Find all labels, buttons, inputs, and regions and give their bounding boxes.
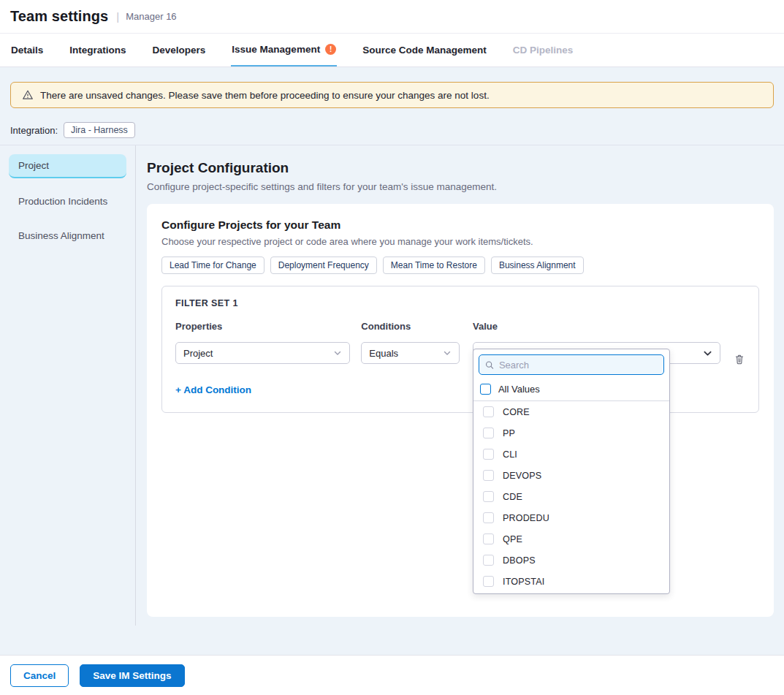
value-dropdown: All Values CORE <box>473 349 670 594</box>
tab-label: Details <box>11 45 43 56</box>
option-checkbox[interactable] <box>483 576 494 587</box>
option-label: DEVOPS <box>503 471 541 481</box>
tab[interactable]: Integrations <box>69 34 126 67</box>
properties-value: Project <box>183 348 213 359</box>
dropdown-option[interactable]: ITOPSTAI <box>473 571 669 592</box>
tab[interactable]: Developers <box>152 34 207 67</box>
properties-select[interactable]: Project <box>175 342 350 364</box>
option-checkbox[interactable] <box>483 449 494 460</box>
unsaved-changes-banner: There are unsaved changes. Please save t… <box>10 82 774 108</box>
settings-sidebar: Project Production Incidents Business Al… <box>0 145 136 626</box>
option-checkbox[interactable] <box>483 470 494 481</box>
filter-set-title: FILTER SET 1 <box>175 298 745 308</box>
project-config-card: Configure Projects for your Team Choose … <box>147 204 774 617</box>
team-settings-page: Team settings | Manager 16 Details Integ… <box>0 0 784 695</box>
dropdown-option[interactable]: PIPE <box>473 592 669 594</box>
option-label: ITOPSTAI <box>503 577 544 587</box>
conditions-label: Conditions <box>361 321 460 332</box>
add-condition-button[interactable]: + Add Condition <box>175 384 251 395</box>
tab-label: Integrations <box>69 45 126 56</box>
sidebar-item-label: Project <box>18 160 49 171</box>
section-subtitle: Configure project-specific settings and … <box>147 181 774 192</box>
sidebar-item[interactable]: Business Alignment <box>9 224 126 247</box>
dropdown-option[interactable]: CORE <box>473 401 669 422</box>
option-label: CLI <box>503 449 517 460</box>
tab-label: CD Pipelines <box>513 45 574 56</box>
chevron-down-icon <box>443 349 452 357</box>
dropdown-option[interactable]: CDE <box>473 486 669 507</box>
tab[interactable]: CD Pipelines <box>512 34 574 67</box>
dropdown-option-list: CORE PP <box>473 401 669 594</box>
filter-condition-row: Properties Project Conditions Equals <box>175 321 745 365</box>
metric-chips: Lead Time for Change Deployment Frequenc… <box>161 257 759 274</box>
section-title: Project Configuration <box>147 160 774 176</box>
metric-chip[interactable]: Business Alignment <box>491 257 584 274</box>
tab-label: Issue Management <box>232 44 320 55</box>
title-separator: | <box>116 10 119 23</box>
dropdown-option[interactable]: DEVOPS <box>473 465 669 486</box>
warning-triangle-icon <box>22 89 34 101</box>
chevron-down-icon <box>703 349 712 358</box>
page-header: Team settings | Manager 16 <box>0 0 784 34</box>
dropdown-option[interactable]: PRODEDU <box>473 507 669 528</box>
search-input[interactable] <box>499 360 658 371</box>
save-im-settings-button[interactable]: Save IM Settings <box>80 664 184 687</box>
team-name: Manager 16 <box>126 11 176 22</box>
metric-chip[interactable]: Deployment Frequency <box>270 257 377 274</box>
integration-row: Integration: Jira - Harness <box>10 122 774 138</box>
option-label: PRODEDU <box>503 513 549 523</box>
all-values-option[interactable]: All Values <box>473 380 669 401</box>
all-values-label: All Values <box>498 384 540 395</box>
dropdown-option[interactable]: CLI <box>473 444 669 465</box>
dropdown-option[interactable]: PP <box>473 422 669 444</box>
option-label: DBOPS <box>503 555 536 566</box>
tab-label: Source Code Management <box>362 45 487 56</box>
tab-bar: Details Integrations Developers Issue Ma… <box>0 34 784 67</box>
metric-chip[interactable]: Mean Time to Restore <box>383 257 485 274</box>
conditions-select[interactable]: Equals <box>361 342 460 364</box>
option-checkbox[interactable] <box>483 491 494 502</box>
option-checkbox[interactable] <box>483 555 494 566</box>
content-spacer <box>0 626 784 655</box>
sidebar-item[interactable]: Project <box>9 154 126 178</box>
integration-chip[interactable]: Jira - Harness <box>64 122 135 138</box>
sidebar-item-label: Production Incidents <box>18 196 107 207</box>
option-checkbox[interactable] <box>483 406 494 417</box>
all-values-checkbox[interactable] <box>480 384 491 395</box>
content-area: There are unsaved changes. Please save t… <box>0 67 784 655</box>
sidebar-item[interactable]: Production Incidents <box>9 190 126 213</box>
card-title: Configure Projects for your Team <box>161 219 759 232</box>
banner-text: There are unsaved changes. Please save t… <box>40 90 490 101</box>
dropdown-option[interactable]: DBOPS <box>473 550 669 571</box>
delete-condition-button[interactable] <box>734 353 745 365</box>
conditions-value: Equals <box>369 348 398 359</box>
search-icon <box>485 360 494 370</box>
footer-actions: Cancel Save IM Settings <box>0 655 784 695</box>
integration-label: Integration: <box>10 125 58 136</box>
option-checkbox[interactable] <box>483 533 494 544</box>
properties-label: Properties <box>175 321 350 332</box>
cancel-button[interactable]: Cancel <box>10 664 69 687</box>
metric-chip[interactable]: Lead Time for Change <box>161 257 264 274</box>
option-label: CORE <box>503 407 530 417</box>
filter-set: FILTER SET 1 Properties Project Condit <box>161 286 759 413</box>
dropdown-search[interactable] <box>479 354 664 375</box>
tab[interactable]: Issue Management ! <box>231 34 337 67</box>
main-panel: Project Configuration Configure project-… <box>136 145 784 626</box>
page-title: Team settings <box>10 8 108 25</box>
option-label: QPE <box>503 534 522 544</box>
settings-body: Project Production Incidents Business Al… <box>0 145 784 626</box>
tab[interactable]: Details <box>10 34 44 67</box>
chevron-down-icon <box>333 349 342 357</box>
sidebar-item-label: Business Alignment <box>18 230 104 241</box>
card-subtitle: Choose your respective project or code a… <box>161 236 759 247</box>
option-checkbox[interactable] <box>483 512 494 523</box>
option-label: PP <box>503 428 515 438</box>
dropdown-option[interactable]: QPE <box>473 528 669 550</box>
tab[interactable]: Source Code Management <box>362 34 487 67</box>
option-label: CDE <box>503 492 522 502</box>
alert-badge-icon: ! <box>325 44 336 55</box>
option-checkbox[interactable] <box>483 428 494 438</box>
tab-label: Developers <box>153 45 206 56</box>
value-label: Value <box>473 321 720 332</box>
